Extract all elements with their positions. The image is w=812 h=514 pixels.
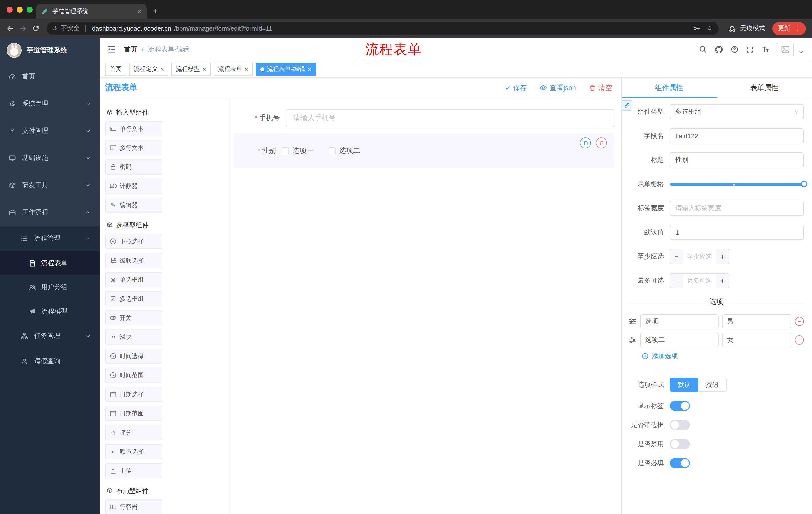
canvas-field-phone[interactable]: 手机号 请输入手机号 bbox=[234, 109, 614, 127]
palette-item-date-picker[interactable]: 日期选择 bbox=[105, 387, 162, 402]
delete-field-button[interactable] bbox=[596, 137, 607, 148]
palette-item-time-picker[interactable]: 时间选择 bbox=[105, 349, 162, 363]
palette-item-upload[interactable]: 上传 bbox=[105, 463, 162, 478]
palette-item-single-text[interactable]: 单行文本 bbox=[105, 121, 162, 136]
sidebar-item-task-mgmt[interactable]: 任务管理 bbox=[0, 323, 100, 349]
clear-button[interactable]: 清空 bbox=[589, 83, 612, 92]
checkbox-box[interactable] bbox=[329, 147, 336, 154]
slider-handle[interactable] bbox=[801, 180, 808, 187]
tag-home[interactable]: 首页 bbox=[105, 63, 126, 76]
breadcrumb-home[interactable]: 首页 bbox=[124, 45, 137, 54]
sidebar-item-process-model[interactable]: 流程模型 bbox=[0, 299, 100, 323]
user-avatar[interactable] bbox=[777, 43, 794, 56]
sidebar-item-payment[interactable]: ¥ 支付管理 bbox=[0, 117, 100, 144]
sidebar-item-process-mgmt[interactable]: 流程管理 bbox=[0, 226, 100, 251]
stepper-decrease-button[interactable]: − bbox=[670, 249, 684, 264]
tag-process-definition[interactable]: 流程定义 × bbox=[129, 63, 168, 76]
label-width-input[interactable]: 请输入标签宽度 bbox=[670, 201, 804, 216]
minimize-window-button[interactable] bbox=[17, 6, 23, 12]
sidebar-fold-icon[interactable] bbox=[107, 45, 116, 54]
save-button[interactable]: ✓ 保存 bbox=[505, 83, 527, 92]
sidebar-item-system[interactable]: ⚙ 系统管理 bbox=[0, 90, 100, 117]
zoom-window-button[interactable] bbox=[27, 6, 33, 12]
font-size-icon[interactable] bbox=[761, 45, 769, 53]
tag-process-form[interactable]: 流程表单 × bbox=[213, 63, 253, 76]
bookmark-star-icon[interactable]: ☆ bbox=[707, 25, 713, 32]
back-icon[interactable] bbox=[6, 24, 14, 32]
sidebar-item-workflow[interactable]: 工作流程 bbox=[0, 199, 100, 226]
palette-item-dropdown[interactable]: 下拉选择 bbox=[105, 234, 162, 249]
sidebar-item-infrastructure[interactable]: 基础设施 bbox=[0, 144, 100, 171]
palette-item-multi-text[interactable]: 多行文本 bbox=[105, 140, 162, 155]
app-logo[interactable]: 芋道管理系统 bbox=[0, 38, 100, 63]
style-button-button[interactable]: 按钮 bbox=[698, 378, 727, 392]
slider-track[interactable] bbox=[670, 183, 804, 185]
github-icon[interactable] bbox=[715, 45, 723, 54]
remove-option-button[interactable]: − bbox=[795, 317, 804, 326]
tab-component-props[interactable]: 组件属性 bbox=[621, 78, 717, 98]
close-icon[interactable]: × bbox=[160, 65, 164, 73]
palette-item-time-range[interactable]: 时间范围 bbox=[105, 368, 162, 383]
palette-item-password[interactable]: 密码 bbox=[105, 159, 162, 174]
security-label[interactable]: 不安全 bbox=[61, 24, 80, 33]
required-toggle[interactable] bbox=[670, 458, 690, 468]
checkbox-box[interactable] bbox=[282, 147, 289, 154]
palette-item-row-container[interactable]: 行容器 bbox=[105, 499, 162, 514]
avatar-caret-down-icon[interactable] bbox=[799, 49, 804, 55]
min-select-input[interactable]: 至少应选 bbox=[684, 249, 716, 264]
add-option-button[interactable]: 添加选项 bbox=[642, 352, 804, 360]
palette-item-rate[interactable]: ☆评分 bbox=[105, 425, 162, 440]
sidebar-item-devtools[interactable]: 研发工具 bbox=[0, 171, 100, 199]
browser-menu-icon[interactable]: ⋮ bbox=[794, 25, 801, 32]
border-toggle[interactable] bbox=[670, 420, 690, 430]
palette-item-cascader[interactable]: 级联选择 bbox=[105, 253, 162, 268]
gender-checkbox-option1[interactable]: 选项一 bbox=[282, 146, 314, 155]
search-icon[interactable] bbox=[699, 45, 707, 53]
new-tab-button[interactable]: + bbox=[153, 6, 158, 16]
tab-form-props[interactable]: 表单属性 bbox=[717, 78, 812, 98]
canvas-field-gender-selected[interactable]: 性别 选项一 选项二 bbox=[234, 133, 614, 168]
show-label-toggle[interactable] bbox=[670, 401, 690, 411]
grid-slider[interactable] bbox=[670, 177, 804, 192]
gender-checkbox-option2[interactable]: 选项二 bbox=[329, 146, 360, 155]
reload-icon[interactable] bbox=[32, 25, 40, 32]
sidebar-item-process-form[interactable]: 流程表单 bbox=[0, 251, 100, 275]
option1-value-input[interactable]: 男 bbox=[722, 314, 791, 328]
sidebar-item-home[interactable]: 首页 bbox=[0, 63, 100, 90]
palette-item-editor[interactable]: ✎编辑器 bbox=[105, 198, 162, 213]
remove-option-button[interactable]: − bbox=[795, 335, 804, 345]
phone-input[interactable]: 请输入手机号 bbox=[286, 109, 614, 127]
palette-item-slider[interactable]: 滑块 bbox=[105, 329, 162, 345]
title-input[interactable]: 性别 bbox=[670, 153, 804, 167]
tag-process-form-edit[interactable]: 流程表单-编辑 × bbox=[256, 63, 316, 76]
close-icon[interactable]: × bbox=[308, 65, 311, 73]
help-icon[interactable] bbox=[731, 45, 738, 53]
tag-process-model[interactable]: 流程模型 × bbox=[171, 63, 210, 76]
style-default-button[interactable]: 默认 bbox=[670, 378, 698, 392]
sidebar-item-leave-query[interactable]: 请假查询 bbox=[0, 349, 100, 374]
component-type-select[interactable]: 多选框组∨ bbox=[670, 104, 804, 119]
browser-tab[interactable]: 芋道管理系统 × bbox=[36, 3, 147, 19]
drag-handle-icon[interactable] bbox=[629, 317, 637, 325]
close-window-button[interactable] bbox=[6, 6, 12, 12]
tab-close-icon[interactable]: × bbox=[138, 7, 142, 15]
disabled-toggle[interactable] bbox=[670, 439, 690, 449]
palette-item-date-range[interactable]: 日期范围 bbox=[105, 406, 162, 421]
fullscreen-icon[interactable] bbox=[746, 46, 754, 53]
doc-link-button[interactable] bbox=[621, 100, 632, 111]
sidebar-item-user-group[interactable]: 用户分组 bbox=[0, 275, 100, 299]
forward-icon[interactable] bbox=[19, 24, 27, 32]
browser-update-button[interactable]: 更新 ⋮ bbox=[772, 22, 806, 35]
palette-item-color-picker[interactable]: ◐颜色选择 bbox=[105, 444, 162, 459]
max-select-input[interactable]: 最多可选 bbox=[684, 274, 716, 288]
stepper-increase-button[interactable]: + bbox=[716, 249, 729, 264]
drag-handle-icon[interactable] bbox=[629, 336, 637, 344]
option1-label-input[interactable]: 选项一 bbox=[640, 314, 719, 328]
option2-value-input[interactable]: 女 bbox=[722, 333, 791, 347]
palette-item-checkbox-group[interactable]: ☑多选框组 bbox=[105, 291, 162, 306]
copy-field-button[interactable] bbox=[580, 137, 591, 148]
palette-item-switch[interactable]: 开关 bbox=[105, 310, 162, 325]
stepper-increase-button[interactable]: + bbox=[716, 274, 729, 288]
close-icon[interactable]: × bbox=[245, 65, 248, 73]
stepper-decrease-button[interactable]: − bbox=[670, 274, 684, 288]
